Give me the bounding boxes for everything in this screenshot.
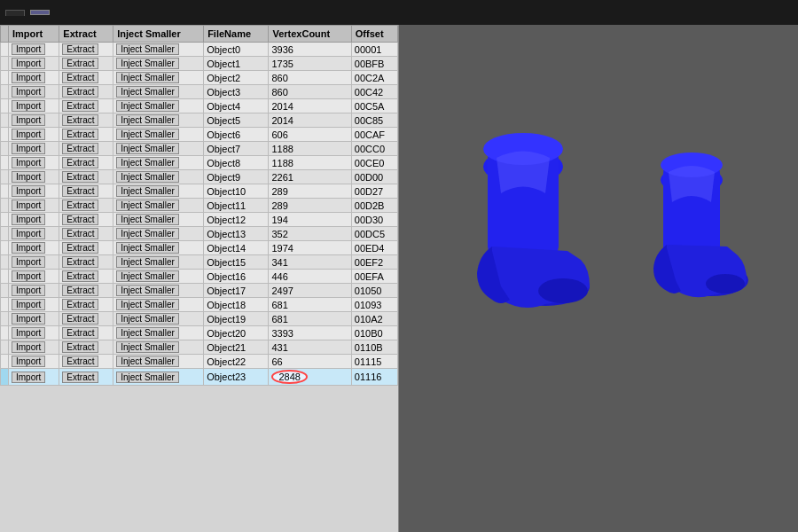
table-body: ImportExtractInject SmallerObject0393600… [1,43,398,386]
extract-button[interactable]: Extract [62,100,98,112]
import-button[interactable]: Import [12,299,45,310]
extract-button[interactable]: Extract [62,356,98,367]
import-button[interactable]: Import [12,228,45,239]
table-container[interactable]: Import Extract Inject Smaller FileName V… [0,25,398,532]
row-indicator [1,298,9,312]
import-button[interactable]: Import [12,157,45,168]
extract-button[interactable]: Extract [62,285,98,296]
inject-smaller-button[interactable]: Inject Smaller [116,256,179,268]
extract-button[interactable]: Extract [62,270,98,282]
inject-smaller-button[interactable]: Inject Smaller [116,86,179,98]
inject-smaller-button[interactable]: Inject Smaller [116,114,179,126]
extract-button[interactable]: Extract [62,214,98,225]
extract-button[interactable]: Extract [62,171,98,183]
import-button[interactable]: Import [12,143,45,154]
inject-cell: Inject Smaller [113,227,204,241]
table-row: ImportExtractInject SmallerObject1968101… [1,312,398,326]
import-button[interactable]: Import [12,214,45,225]
table-row: ImportExtractInject SmallerObject0393600… [1,43,398,57]
inject-smaller-button[interactable]: Inject Smaller [116,157,179,168]
extract-button[interactable]: Extract [62,86,98,98]
inject-smaller-button[interactable]: Inject Smaller [116,372,179,383]
inject-smaller-button[interactable]: Inject Smaller [116,185,179,197]
import-button[interactable]: Import [12,327,45,339]
extract-cell: Extract [59,340,113,355]
offset-cell: 01116 [351,369,397,386]
import-button[interactable]: Import [12,43,45,55]
inject-smaller-button[interactable]: Inject Smaller [116,228,179,239]
extract-button[interactable]: Extract [62,341,98,353]
inject-smaller-button[interactable]: Inject Smaller [116,200,179,211]
extract-cell: Extract [59,142,113,156]
inject-smaller-button[interactable]: Inject Smaller [116,143,179,154]
inject-cell: Inject Smaller [113,284,204,298]
import-button[interactable]: Import [12,114,45,126]
extract-cell: Extract [59,71,113,85]
inject-smaller-button[interactable]: Inject Smaller [116,100,179,112]
extract-button[interactable]: Extract [62,313,98,325]
inject-smaller-button[interactable]: Inject Smaller [116,313,179,325]
filename-cell: Object9 [204,170,269,184]
import-button[interactable]: Import [12,100,45,112]
import-button[interactable]: Import [12,256,45,268]
extract-button[interactable]: Extract [62,157,98,168]
inject-smaller-button[interactable]: Inject Smaller [116,58,179,69]
extract-button[interactable]: Extract [62,200,98,211]
extract-button[interactable]: Extract [62,372,98,383]
extract-button[interactable]: Extract [62,143,98,154]
extract-button[interactable]: Extract [62,58,98,69]
import-button[interactable]: Import [12,58,45,69]
import-button[interactable]: Import [12,270,45,282]
main-layout: Import Extract Inject Smaller FileName V… [0,25,798,532]
extract-button[interactable]: Extract [62,256,98,268]
inject-cell: Inject Smaller [113,270,204,284]
offset-cell: 00C42 [351,85,397,99]
offset-cell: 0110B [351,340,397,355]
inject-smaller-button[interactable]: Inject Smaller [116,214,179,225]
vertex-count-cell: 860 [269,85,351,99]
import-button[interactable]: Import [12,372,45,383]
row-indicator [1,85,9,99]
inject-cell: Inject Smaller [113,312,204,326]
row-indicator [1,128,9,142]
yobj-tab[interactable] [5,10,25,16]
import-button[interactable]: Import [12,285,45,296]
extract-button[interactable]: Extract [62,228,98,239]
inject-smaller-button[interactable]: Inject Smaller [116,129,179,140]
import-cell: Import [9,326,59,340]
import-button[interactable]: Import [12,171,45,183]
import-button[interactable]: Import [12,86,45,98]
import-button[interactable]: Import [12,200,45,211]
inject-smaller-button[interactable]: Inject Smaller [116,327,179,339]
extract-button[interactable]: Extract [62,114,98,126]
inject-smaller-button[interactable]: Inject Smaller [116,356,179,367]
import-button[interactable]: Import [12,242,45,254]
extract-button[interactable]: Extract [62,327,98,339]
inject-smaller-button[interactable]: Inject Smaller [116,341,179,353]
import-button[interactable]: Import [12,129,45,140]
extract-button[interactable]: Extract [62,299,98,310]
reload-model-button[interactable] [30,10,50,15]
extract-button[interactable]: Extract [62,129,98,140]
extract-button[interactable]: Extract [62,43,98,55]
extract-cell: Extract [59,128,113,142]
inject-smaller-button[interactable]: Inject Smaller [116,270,179,282]
extract-button[interactable]: Extract [62,185,98,197]
inject-smaller-button[interactable]: Inject Smaller [116,285,179,296]
inject-smaller-button[interactable]: Inject Smaller [116,72,179,83]
inject-smaller-button[interactable]: Inject Smaller [116,299,179,310]
inject-smaller-button[interactable]: Inject Smaller [116,43,179,55]
import-button[interactable]: Import [12,356,45,367]
import-button[interactable]: Import [12,341,45,353]
inject-smaller-button[interactable]: Inject Smaller [116,242,179,254]
row-indicator [1,213,9,227]
import-button[interactable]: Import [12,185,45,197]
extract-button[interactable]: Extract [62,72,98,83]
inject-cell: Inject Smaller [113,184,204,199]
import-cell: Import [9,113,59,128]
offset-cell: 00CC0 [351,142,397,156]
import-button[interactable]: Import [12,72,45,83]
extract-button[interactable]: Extract [62,242,98,254]
inject-smaller-button[interactable]: Inject Smaller [116,171,179,183]
import-button[interactable]: Import [12,313,45,325]
